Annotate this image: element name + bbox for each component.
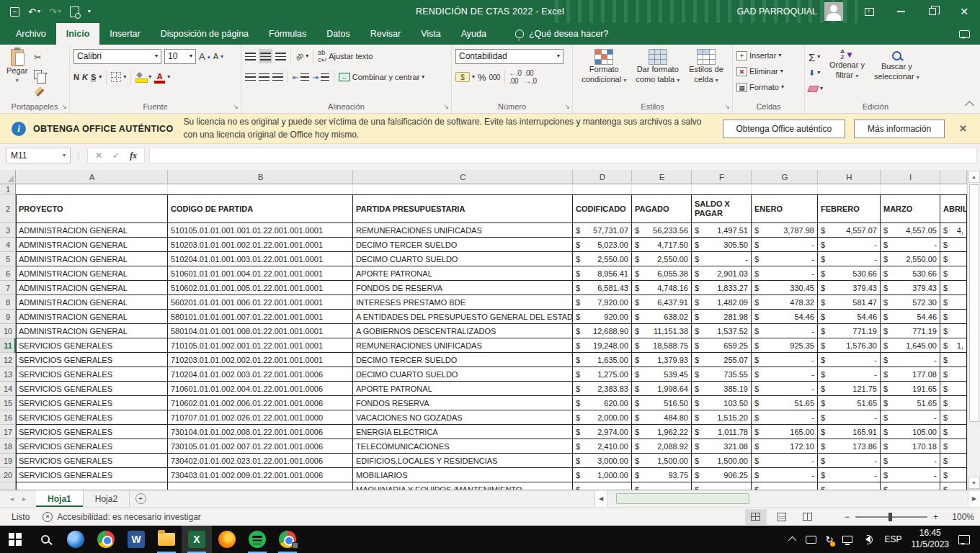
header-cell[interactable]: PROYECTO bbox=[16, 194, 168, 223]
tab-archivo[interactable]: Archivo bbox=[6, 23, 56, 45]
cell[interactable]: $51.65 bbox=[881, 396, 940, 410]
cell[interactable]: $735.55 bbox=[692, 367, 752, 382]
cell[interactable] bbox=[752, 184, 818, 194]
tab-vista[interactable]: Vista bbox=[411, 23, 451, 45]
tab-formulas[interactable]: Fórmulas bbox=[259, 23, 316, 45]
row-header-13[interactable]: 13 bbox=[0, 367, 16, 382]
row-header-20[interactable]: 20 bbox=[0, 468, 16, 482]
cell[interactable]: $1,011.78 bbox=[692, 425, 752, 439]
cell[interactable]: $ bbox=[940, 281, 967, 295]
cell[interactable] bbox=[168, 482, 353, 490]
borders-button[interactable]: ▾ bbox=[111, 70, 126, 84]
cell[interactable]: APORTE PATRONAL bbox=[353, 266, 573, 281]
taskbar-excel[interactable]: X bbox=[182, 526, 212, 553]
cell[interactable]: $ bbox=[940, 252, 967, 266]
cell[interactable]: $2,383.83 bbox=[573, 382, 632, 396]
cell[interactable]: $- bbox=[881, 238, 940, 252]
cell[interactable]: $581.47 bbox=[818, 295, 881, 310]
language-indicator[interactable]: ESP bbox=[884, 534, 901, 544]
cell[interactable]: $906.25 bbox=[692, 468, 752, 482]
print-preview-button[interactable] bbox=[70, 6, 79, 17]
cell[interactable]: 510203.01.01.001.002.01.22.001.001.0001 bbox=[168, 238, 353, 252]
row-header-8[interactable]: 8 bbox=[0, 295, 16, 310]
percent-button[interactable]: % bbox=[478, 70, 486, 84]
header-cell[interactable]: PAGADO bbox=[632, 194, 692, 223]
cell[interactable]: $379.43 bbox=[881, 281, 940, 295]
row-header-16[interactable]: 16 bbox=[0, 410, 16, 425]
cell[interactable]: $4,557.05 bbox=[881, 223, 940, 238]
cell[interactable]: $ bbox=[940, 454, 967, 468]
cell[interactable]: 710203.01.01.002.002.01.22.001.001.0001 bbox=[168, 353, 353, 367]
cell[interactable]: $- bbox=[881, 353, 940, 367]
cell[interactable]: $ bbox=[573, 482, 632, 490]
decrease-font-button[interactable]: A▾ bbox=[213, 49, 223, 63]
cell[interactable]: $638.02 bbox=[632, 310, 692, 324]
cell[interactable]: $1,962.22 bbox=[632, 425, 692, 439]
cell[interactable]: $530.66 bbox=[818, 266, 881, 281]
cell[interactable]: 730402.01.01.002.023.01.22.001.001.0006 bbox=[168, 454, 353, 468]
cell[interactable]: $8,956.41 bbox=[573, 266, 632, 281]
align-left-button[interactable] bbox=[245, 70, 256, 84]
undo-button[interactable]: ↶▾ bbox=[28, 6, 40, 17]
row-header-5[interactable]: 5 bbox=[0, 252, 16, 266]
action-center-icon[interactable] bbox=[958, 535, 970, 544]
cell[interactable] bbox=[168, 184, 353, 194]
cell[interactable]: $321.08 bbox=[692, 439, 752, 454]
cell[interactable]: VACACIONES NO GOZADAS bbox=[353, 410, 573, 425]
show-hidden-icons-chevron[interactable] bbox=[788, 536, 796, 544]
cell[interactable]: MAQUINARIA Y EQUIPOS /MANTENIMIENTO bbox=[353, 482, 573, 490]
header-cell[interactable]: FEBRERO bbox=[818, 194, 881, 223]
decrease-indent-button[interactable]: ⇤ bbox=[293, 70, 309, 84]
cell[interactable]: $2,550.00 bbox=[632, 252, 692, 266]
bold-button[interactable]: N bbox=[74, 70, 79, 84]
horizontal-scrollbar[interactable]: ◀ ▶ bbox=[594, 490, 980, 507]
cell[interactable]: $1,379.93 bbox=[632, 353, 692, 367]
cell[interactable]: $1, bbox=[940, 338, 967, 353]
sort-filter-button[interactable]: AZ▼ Ordenar y filtrar ▾ bbox=[827, 47, 868, 83]
save-button[interactable] bbox=[10, 7, 19, 17]
cell[interactable]: $620.00 bbox=[573, 396, 632, 410]
cell[interactable]: $ bbox=[940, 324, 967, 338]
cell[interactable]: A GOBIERNOS DESCENTRALIZADOS bbox=[353, 324, 573, 338]
cell[interactable]: $920.00 bbox=[573, 310, 632, 324]
cell[interactable]: $2,088.92 bbox=[632, 439, 692, 454]
cell[interactable]: $56,233.56 bbox=[632, 223, 692, 238]
header-cell[interactable]: ABRIL bbox=[940, 194, 967, 223]
cell[interactable]: $12,688.90 bbox=[573, 324, 632, 338]
cancel-entry-icon[interactable]: ✕ bbox=[95, 150, 102, 161]
align-top-button[interactable] bbox=[245, 49, 256, 63]
conditional-formatting-button[interactable]: Formato condicional ▾ bbox=[579, 47, 629, 87]
cell[interactable]: $- bbox=[752, 382, 818, 396]
increase-indent-button[interactable]: ⇥ bbox=[312, 70, 329, 84]
cell[interactable]: $170.18 bbox=[881, 439, 940, 454]
cell[interactable]: $- bbox=[881, 454, 940, 468]
wrap-text-button[interactable]: abc↩Ajustar texto bbox=[318, 49, 373, 63]
align-middle-button[interactable] bbox=[259, 49, 272, 63]
scroll-right-icon[interactable]: ▶ bbox=[968, 490, 980, 507]
format-painter-button[interactable] bbox=[34, 84, 47, 99]
cell[interactable]: ADMINISTRACION GENERAL bbox=[16, 238, 168, 252]
scroll-left-icon[interactable]: ◀ bbox=[595, 490, 607, 507]
cell[interactable]: $18,588.75 bbox=[632, 338, 692, 353]
cell[interactable]: APORTE PATRONAL bbox=[353, 382, 573, 396]
cell[interactable]: SERVICIOS GENERALES bbox=[16, 338, 168, 353]
cell[interactable]: INTERESES PRESTAMO BDE bbox=[353, 295, 573, 310]
cell[interactable]: $5,023.00 bbox=[573, 238, 632, 252]
cell[interactable]: $2,974.00 bbox=[573, 425, 632, 439]
cell[interactable]: 580104.01.01.001.008.01.22.001.001.0001 bbox=[168, 324, 353, 338]
cell[interactable]: $3,000.00 bbox=[573, 454, 632, 468]
cell[interactable]: MOBILIARIOS bbox=[353, 468, 573, 482]
row-header-21[interactable] bbox=[0, 482, 16, 490]
cell[interactable]: SERVICIOS GENERALES bbox=[16, 439, 168, 454]
cell[interactable]: $4,717.50 bbox=[632, 238, 692, 252]
taskbar-search-button[interactable] bbox=[30, 526, 61, 553]
cell[interactable]: $- bbox=[752, 367, 818, 382]
sheet-tab-hoja2[interactable]: Hoja2 bbox=[84, 490, 130, 507]
cell[interactable]: $2,550.00 bbox=[881, 252, 940, 266]
cell[interactable]: ADMINISTRACION GENERAL bbox=[16, 281, 168, 295]
insert-cells-button[interactable]: +Insertar▾ bbox=[736, 48, 781, 63]
cell[interactable]: $1,482.09 bbox=[692, 295, 752, 310]
font-name-select[interactable]: Calibri▾ bbox=[74, 49, 161, 64]
row-header-17[interactable]: 17 bbox=[0, 425, 16, 439]
cell[interactable]: $- bbox=[752, 353, 818, 367]
